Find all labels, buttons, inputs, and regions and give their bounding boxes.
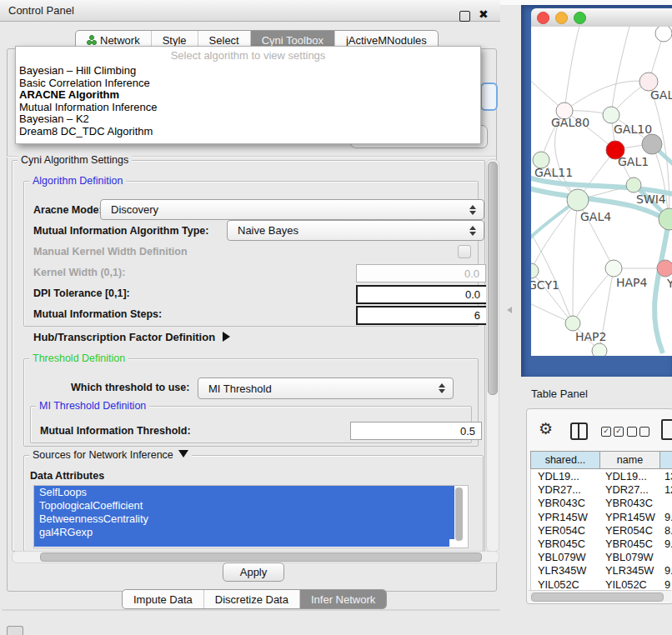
table-cell: YER054C [538,524,585,537]
network-edge[interactable] [564,27,581,111]
algorithm-dropdown-list: Bayesian – Hill ClimbingBasic Correlatio… [16,65,480,138]
network-edge[interactable] [573,200,578,323]
data-attributes-label: Data Attributes [30,470,104,482]
mac-minimize-icon[interactable] [555,12,568,24]
bottom-left-partial-icon[interactable] [7,626,23,635]
algorithm-option[interactable]: Bayesian – K2 [16,113,480,126]
deselect-all-icon[interactable] [627,427,649,437]
gear-icon[interactable]: ⚙ [539,421,553,437]
mac-close-icon[interactable] [537,12,549,24]
mi-threshold-input[interactable]: 0.5 [350,422,482,440]
attribute-item[interactable]: TopologicalCoefficient [34,499,454,512]
manual-kernel-checkbox[interactable] [458,245,471,258]
mi-type-value: Naive Bayes [238,224,298,237]
table-row[interactable]: YER054CYER054C8. [531,523,672,537]
column-header-shared[interactable]: shared... [530,451,600,469]
hub-definition-label: Hub/Transcription Factor Definition [33,331,215,343]
table-cell: YBR043C [538,497,585,509]
algorithm-option[interactable]: ARACNE Algorithm [16,89,480,102]
bottom-tabbar: Impute DataDiscretize DataInfer Network [122,589,387,609]
close-icon[interactable]: ✖ [479,8,489,21]
mi-type-select[interactable]: Naive Bayes [227,220,484,241]
splitpane-collapse-handle[interactable] [507,307,512,313]
attribute-item-partial[interactable] [34,539,449,547]
attributes-scrollbar[interactable] [455,488,463,541]
table-cell: YLR345W [538,564,586,577]
network-edge[interactable] [564,81,649,111]
network-edge[interactable] [611,27,631,115]
cyni-algorithm-settings-title: Cyni Algorithm Settings [18,154,132,166]
network-node[interactable] [592,343,607,356]
table-hscrollbar-thumb[interactable] [531,592,664,602]
algorithm-option[interactable]: Basic Correlation Inference [16,78,480,90]
hub-definition-toggle[interactable]: Hub/Transcription Factor Definition [33,331,230,343]
table-body[interactable]: YDL19...YDL19...13YDR27...YDR27...12YBR0… [530,469,672,590]
table-hscrollbar-track[interactable] [529,590,671,602]
attribute-item[interactable]: BetweennessCentrality [34,512,454,526]
table-row[interactable]: YIL052CYIL052C9 [531,578,672,591]
network-node-swi4[interactable] [626,178,641,192]
which-threshold-label: Which threshold to use: [71,382,189,393]
apply-button[interactable]: Apply [223,562,284,582]
aracne-mode-value: Discovery [111,203,158,216]
network-node-y[interactable] [657,260,672,277]
table-row[interactable]: YBR045CYBR045C9. [531,537,672,550]
column-header-partial[interactable] [660,451,672,469]
float-window-icon[interactable] [459,11,470,22]
tab-label: Network [100,34,140,47]
network-edge[interactable] [531,200,578,271]
data-attributes-list[interactable]: SelfLoopsTopologicalCoefficientBetweenne… [33,485,469,548]
algorithm-option[interactable]: Dream8 DC_TDC Algorithm [16,126,480,138]
column-header-name[interactable]: name [600,451,660,469]
network-window-titlebar[interactable] [531,8,672,28]
settings-hscrollbar-thumb[interactable] [40,552,482,562]
algorithm-combobox-spinner[interactable] [480,82,498,111]
aracne-mode-select[interactable]: Discovery [100,199,484,220]
table-row[interactable]: YDR27...YDR27...12 [531,482,672,496]
network-node-gcy1[interactable] [531,263,539,278]
file-icon[interactable] [661,419,672,440]
network-window: GALGAL80GAL10GAL1GAL11GAL4SWI4GCY1HAP4YH… [531,8,672,356]
network-node[interactable] [642,134,662,154]
algorithm-option[interactable]: Mutual Information Inference [16,102,480,114]
sources-toggle[interactable]: Sources for Network Inference [29,449,192,461]
table-cell: 9. [664,564,672,577]
table-cell: YBL079W [605,551,654,563]
table-cell: YDR27... [538,483,581,496]
tab-label: Impute Data [133,593,193,606]
select-all-icon[interactable]: ✓✓ [601,427,624,437]
threshold-definition-title: Threshold Definition [29,352,128,364]
algorithm-option[interactable]: Bayesian – Hill Climbing [16,65,480,78]
bottom-tab-infer-network[interactable]: Infer Network [299,590,386,608]
network-canvas[interactable]: GALGAL80GAL10GAL1GAL11GAL4SWI4GCY1HAP4YH… [531,27,672,356]
table-cell: 8. [664,524,672,537]
kernel-width-label: Kernel Width (0,1): [33,267,125,278]
table-row[interactable]: YBR043CYBR043C [531,496,672,509]
dpi-tolerance-input[interactable]: 0.0 [356,285,488,304]
table-row[interactable]: YDL19...YDL19...13 [531,469,672,482]
mac-zoom-icon[interactable] [574,12,586,24]
network-node-gal4[interactable] [567,189,589,211]
sources-title: Sources for Network Inference [33,449,173,461]
network-graph[interactable]: GALGAL80GAL10GAL1GAL11GAL4SWI4GCY1HAP4YH… [531,27,672,356]
network-node-gal10[interactable] [603,107,619,123]
network-node-hap4[interactable] [605,260,622,277]
bottom-tab-discretize-data[interactable]: Discretize Data [203,590,299,608]
network-edge[interactable] [573,268,614,323]
which-threshold-select[interactable]: MI Threshold [198,378,454,399]
columns-icon[interactable] [570,422,588,440]
attribute-item[interactable]: gal4RGexp [34,526,454,539]
kernel-width-input[interactable]: 0.0 [356,264,486,282]
table-cell: 9. [664,511,672,523]
bottom-tab-impute-data[interactable]: Impute Data [123,590,203,608]
table-row[interactable]: YPR145WYPR145W9. [531,510,672,523]
network-node[interactable] [655,27,672,42]
attribute-item[interactable]: SelfLoops [34,486,454,499]
settings-vscrollbar-thumb[interactable] [488,162,498,395]
table-row[interactable]: YLR345WYLR345W9. [531,563,672,577]
network-node-hap2[interactable] [565,316,580,331]
spinner-arrows-icon [469,205,476,215]
control-panel-title: Control Panel [8,4,74,17]
mi-steps-input[interactable]: 6 [356,306,488,325]
table-row[interactable]: YBL079WYBL079W [531,550,672,563]
